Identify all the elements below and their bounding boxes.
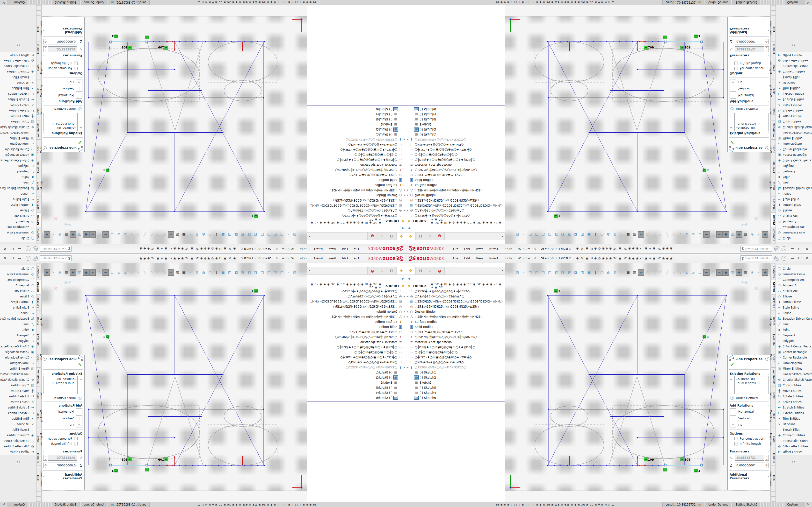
menu-item[interactable]: Insert — [311, 246, 325, 251]
collapse-icon[interactable]: ▴ — [767, 100, 769, 103]
tool-item[interactable]: ◇ Polygon — [0, 338, 36, 344]
tool-item[interactable]: ↦ Extend Entities — [776, 91, 812, 97]
tool-item[interactable]: ◇ Polygon — [776, 163, 812, 169]
tool-item[interactable]: ∩ Intersection Curve — [776, 63, 812, 69]
toolbar-icon[interactable]: ▦ — [743, 231, 749, 237]
toolbar-icon[interactable]: ✥ — [70, 231, 76, 237]
command-tab[interactable]: Data Migration — [36, 56, 42, 79]
tool-item[interactable]: ╋ Move Entities — [0, 113, 36, 119]
tool-item[interactable]: ✂ Trim Entities — [776, 86, 812, 91]
tool-item[interactable]: ↔ Stretch Entities — [776, 97, 812, 102]
collapse-icon[interactable]: ▴ — [767, 432, 769, 435]
tool-item[interactable]: ◖ Partial Ellipse — [776, 202, 812, 208]
menu-item[interactable]: Tools — [297, 246, 311, 251]
restore-button[interactable] — [796, 246, 803, 251]
command-tab[interactable]: Evaluate — [36, 332, 42, 348]
toolbar-icon[interactable]: ⊥ — [109, 270, 115, 276]
command-tab[interactable]: : — [770, 5, 776, 11]
menu-item[interactable]: Tools — [501, 256, 515, 261]
manager-tab[interactable]: ❖ — [396, 267, 406, 275]
tool-item[interactable]: ◯ Circle — [776, 236, 812, 241]
menu-item[interactable]: Window — [279, 246, 297, 251]
toolbar-icon[interactable]: ╱ — [142, 270, 148, 276]
tree-row[interactable]: ▶ A ○25ИN◎◦╬A╬◎ИNA○◎○AИN◎╬A╬◦◎ИN25○ — [307, 314, 406, 319]
command-tab[interactable]: Direct Editing — [36, 310, 42, 332]
manager-tab[interactable]: ◕ — [435, 232, 445, 240]
tree-root-row[interactable]: ❖ TЯPDL2. ◉ ƷЄ ◉ Ш ◉ ◎ ◉ ╬ ◉ ƆC ◉ ƷЄ ◉ ◆… — [406, 218, 505, 224]
toolbar-icon[interactable]: ↓ — [592, 231, 599, 237]
tool-item[interactable]: ⊛ Circular Sketch Pattern — [0, 377, 36, 382]
command-tab[interactable]: Mold Tools — [36, 103, 42, 120]
menu-item[interactable]: Edit — [339, 246, 351, 251]
tool-item[interactable]: ○ Ellipse — [776, 294, 812, 299]
tool-item[interactable]: ▱ Parallelogram — [0, 360, 36, 366]
tree-row[interactable]: ≡ Material <not specified> — [307, 163, 406, 168]
tree-row[interactable]: ▦ (-) Sketch2 — [307, 127, 406, 132]
toolbar-icon[interactable]: · — [755, 231, 762, 237]
toolbar-icon[interactable]: ⌐ — [102, 231, 109, 237]
close-button[interactable]: ✕ — [803, 256, 811, 261]
tree-row[interactable]: ◴ ○25♟◎25ИN3Є25○◎○253ЄИN25◎♟25○ — [307, 304, 406, 309]
tree-row[interactable]: ▦ Sketch3 — [307, 122, 406, 127]
command-tab[interactable]: Data Migration — [770, 428, 776, 451]
toolbar-icon[interactable]: ⊤ — [651, 231, 657, 237]
command-tab[interactable]: Surfaces — [770, 294, 776, 310]
toolbar-icon[interactable]: ◱ — [540, 270, 546, 276]
toolbar-icon[interactable]: ◫ — [77, 270, 83, 276]
panel-expand-chevron[interactable]: › — [309, 235, 311, 238]
tree-row[interactable]: ▱ ○╬ИN◎♟+○Ж◉I○◎○I◉Ж○+♟◎ИN╬○ — [406, 157, 505, 163]
toolbar-icon[interactable]: ▯ — [194, 270, 200, 276]
toolbar-icon[interactable]: ◪ — [233, 231, 239, 237]
toolbar-icon[interactable]: ◪ — [573, 231, 579, 237]
command-tab[interactable]: MBD Dimensions — [36, 465, 42, 491]
tool-item[interactable]: ▪ Point — [0, 175, 36, 180]
collapse-icon[interactable]: ▴ — [767, 132, 769, 135]
tool-item[interactable]: ∷ Segment — [0, 169, 36, 175]
toolbar-icon[interactable]: ◫ — [226, 231, 233, 237]
tool-item[interactable]: ▣ Center Rectangle — [0, 152, 36, 158]
command-tab[interactable]: Sketch — [770, 280, 776, 294]
toolbar-icon[interactable]: · — [285, 231, 292, 237]
expand-arrow[interactable]: ▶ — [403, 194, 406, 197]
expand-arrow[interactable]: ▶ — [403, 189, 406, 192]
spinner[interactable]: ▲▼ — [43, 455, 47, 461]
tool-item[interactable]: ◇ Polygon — [0, 163, 36, 169]
tool-item[interactable]: ◠ Tangent Arc — [776, 282, 812, 288]
menu-item[interactable]: Edit — [339, 256, 351, 261]
tool-item[interactable]: ⌒ Centerpoint Arc — [0, 277, 36, 282]
tool-item[interactable]: ⠛ Linear Sketch Pattern — [0, 371, 36, 377]
tool-item[interactable]: ◠ Tangent Arc — [0, 282, 36, 288]
tree-row[interactable]: ▦ (-) Sketch5 — [307, 117, 406, 122]
tool-item[interactable]: ⊛ Circular Sketch Pattern — [776, 377, 812, 382]
tool-item[interactable]: ↔ Stretch Entities — [0, 405, 36, 410]
toolbar-icon[interactable]: ◳ — [278, 231, 285, 237]
tree-row[interactable]: ▱ ○╬ИN◎♟+○Ж◉I○◎○I◉Ж○+♟◎ИN╬○ — [307, 157, 406, 163]
parameter-input[interactable]: 10.88152731 — [48, 46, 77, 52]
toolbar-icon[interactable]: ◠ — [658, 270, 664, 276]
tool-item[interactable]: ✂ Trim Entities — [776, 416, 812, 421]
toolbar-icon[interactable]: ◨ — [246, 231, 252, 237]
tool-item[interactable]: ◐ Silhouette Entities — [0, 444, 36, 449]
manager-tab[interactable]: ⊕ — [425, 232, 435, 240]
toolbar-icon[interactable]: ▣ — [181, 270, 187, 276]
tree-row[interactable]: ▦ (-) Sketch5 — [406, 385, 505, 390]
toolbar-icon[interactable]: ∿ — [89, 270, 96, 276]
collapse-icon[interactable]: ▴ — [43, 372, 45, 375]
tree-row[interactable]: ▶ ▮ ○253ЄИNΛП+○◎○+ПΛИN3Є25○ — [406, 365, 505, 370]
pin-icon[interactable]: ✛ — [532, 246, 537, 251]
command-tab[interactable]: Features — [770, 227, 776, 243]
expand-arrow[interactable]: ▶ — [406, 316, 409, 318]
command-tab[interactable]: Evaluate — [36, 159, 42, 175]
ok-button[interactable]: ✔ — [728, 138, 771, 145]
menu-item[interactable]: Insert — [311, 256, 325, 261]
relation-button[interactable]: ❘ — [729, 86, 737, 92]
tool-item[interactable]: ⊏ Offset Entities — [776, 52, 812, 58]
quick-access-toolbar[interactable]: ◉ ƷЄ ◉ Ш ◉ ◎ ◉ ╬ ◉ ƆC ◉ ƷЄ ◉ ◆ ◉ ƨS ◉ ♟ … — [71, 247, 236, 250]
tool-item[interactable]: ▱ Parallelogram — [776, 360, 812, 366]
toolbar-icon[interactable]: ✥ — [736, 270, 742, 276]
relation-button[interactable]: ❘ — [75, 86, 83, 92]
toolbar-icon[interactable]: ◫ — [226, 270, 233, 276]
relation-button[interactable]: ⚓ — [729, 422, 737, 428]
tool-item[interactable]: ↻ Rotate Entities — [776, 108, 812, 113]
tree-row[interactable]: ▶ A ○25ИN◎◦╬A╬◎ИNA○◎○AИN◎╬A╬◦◎ИN25○ — [406, 314, 505, 319]
